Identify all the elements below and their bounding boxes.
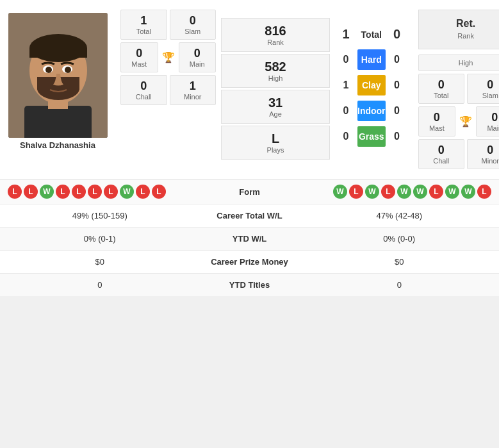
form-badge: W — [461, 185, 475, 199]
form-badge: L — [56, 185, 70, 199]
svg-point-10 — [45, 67, 52, 73]
total-right-score: 0 — [391, 27, 404, 42]
form-badge: L — [24, 185, 38, 199]
right-minor-label: Minor — [470, 157, 499, 165]
stats-row-center: YTD Titles — [192, 280, 307, 290]
right-high-label: High — [421, 59, 499, 67]
right-form-badges: WLWLWWLWWL — [288, 185, 492, 199]
age-value: 31 — [224, 95, 327, 110]
right-mast-value: 0 — [421, 111, 453, 124]
court-section: 1 Total 0 0 Hard 0 1 Clay 0 0 Indoor 0 — [330, 6, 413, 172]
left-player-photo — [8, 13, 108, 138]
rank-stat: 816 Rank — [221, 18, 330, 52]
form-badge: L — [349, 185, 363, 199]
right-main-value: 0 — [479, 111, 499, 124]
age-stat: 31 Age — [221, 90, 330, 124]
right-rank-label: Rank — [457, 32, 474, 40]
left-player-name-below: Shalva Dzhanashia — [20, 140, 95, 150]
form-label: Form — [211, 187, 288, 197]
form-badge: L — [152, 185, 166, 199]
form-badge: L — [381, 185, 395, 199]
stats-row-right: 47% (42-48) — [307, 211, 492, 220]
grass-badge: Grass — [357, 126, 386, 147]
indoor-badge: Indoor — [357, 101, 386, 121]
form-badge: L — [136, 185, 150, 199]
right-slam-value: 0 — [470, 78, 499, 92]
plays-value: L — [224, 131, 327, 146]
right-high-cell: High — [418, 54, 499, 71]
stats-row: 0% (0-1)YTD W/L0% (0-0) — [0, 227, 499, 250]
left-minor-cell: 1 Minor — [170, 75, 217, 105]
clay-row: 1 Clay 0 — [339, 75, 404, 95]
indoor-left-score: 0 — [339, 105, 352, 117]
high-label: High — [224, 74, 327, 82]
stats-row-left: 0% (0-1) — [8, 234, 192, 244]
hard-right-score: 0 — [391, 54, 404, 65]
right-mast-label: Mast — [421, 124, 453, 132]
left-player-photo-area: Shalva Dzhanashia — [0, 6, 115, 172]
form-badge: L — [104, 185, 118, 199]
left-total-value: 1 — [124, 14, 164, 28]
left-main-label: Main — [182, 60, 213, 68]
plays-label: Plays — [224, 146, 327, 154]
right-minor-cell: 0 Minor — [467, 139, 499, 169]
left-player-info: 1 Total 0 Slam 0 Mast 🏆 — [115, 6, 221, 172]
stats-row: 49% (150-159)Career Total W/L47% (42-48) — [0, 204, 499, 227]
indoor-right-score: 0 — [391, 105, 404, 117]
form-badge: L — [429, 185, 443, 199]
clay-right-score: 0 — [391, 79, 404, 91]
stats-row-center: Career Prize Money — [192, 257, 307, 267]
right-main-label: Main — [479, 124, 499, 132]
age-label: Age — [224, 110, 327, 118]
left-chall-label: Chall — [124, 93, 164, 101]
left-minor-value: 1 — [173, 79, 213, 93]
left-mast-cell: 0 Mast — [120, 42, 158, 72]
stats-row-left: 49% (150-159) — [8, 211, 192, 220]
form-badge: W — [40, 185, 54, 199]
high-value: 582 — [224, 60, 327, 74]
rank-label: Rank — [224, 38, 327, 46]
right-chall-cell: 0 Chall — [418, 139, 465, 169]
left-slam-value: 0 — [173, 14, 213, 28]
grass-left-score: 0 — [339, 131, 352, 142]
left-chall-cell: 0 Chall — [120, 75, 167, 105]
right-total-value: 0 — [421, 78, 462, 92]
form-section: LLWLLLLWLL Form WLWLWWLWWL — [0, 179, 499, 204]
stats-row-left: $0 — [8, 257, 192, 267]
form-badge: W — [333, 185, 347, 199]
total-label: Total — [357, 29, 386, 40]
total-row: 1 Total 0 — [339, 27, 404, 42]
stats-row-center: Career Total W/L — [192, 211, 307, 220]
bottom-stats: 49% (150-159)Career Total W/L47% (42-48)… — [0, 204, 499, 296]
left-trophy-icon: 🏆 — [161, 51, 176, 63]
left-slam-label: Slam — [173, 28, 213, 35]
right-total-label: Total — [421, 92, 462, 99]
left-form-badges: LLWLLLLWLL — [8, 185, 211, 199]
rank-value: 816 — [224, 24, 327, 38]
form-badge: W — [413, 185, 427, 199]
grass-row: 0 Grass 0 — [339, 126, 404, 147]
hard-left-score: 0 — [339, 54, 352, 65]
stats-row: 0YTD Titles0 — [0, 273, 499, 296]
stats-row-right: $0 — [307, 257, 492, 267]
middle-section: 816 Rank 582 High 31 Age L Plays — [221, 6, 330, 172]
main-container: Shalva Dzhanashia 1 Total 0 Slam — [0, 0, 499, 296]
right-mast-cell: 0 Mast — [418, 106, 456, 137]
hard-badge: Hard — [357, 49, 386, 70]
clay-badge: Clay — [357, 75, 386, 95]
stats-row-left: 0 — [8, 280, 192, 290]
right-slam-label: Slam — [470, 92, 499, 99]
left-main-value: 0 — [182, 47, 213, 60]
stats-row-right: 0 — [307, 280, 492, 290]
left-mast-label: Mast — [124, 60, 155, 68]
form-badge: W — [120, 185, 134, 199]
left-slam-cell: 0 Slam — [170, 10, 217, 40]
indoor-row: 0 Indoor 0 — [339, 101, 404, 121]
svg-rect-1 — [24, 106, 92, 138]
right-total-cell: 0 Total — [418, 74, 465, 104]
left-main-cell: 0 Main — [179, 42, 217, 72]
form-badge: W — [365, 185, 379, 199]
right-trophy-icon: 🏆 — [458, 115, 473, 128]
svg-rect-5 — [29, 48, 87, 58]
form-badge: W — [397, 185, 411, 199]
